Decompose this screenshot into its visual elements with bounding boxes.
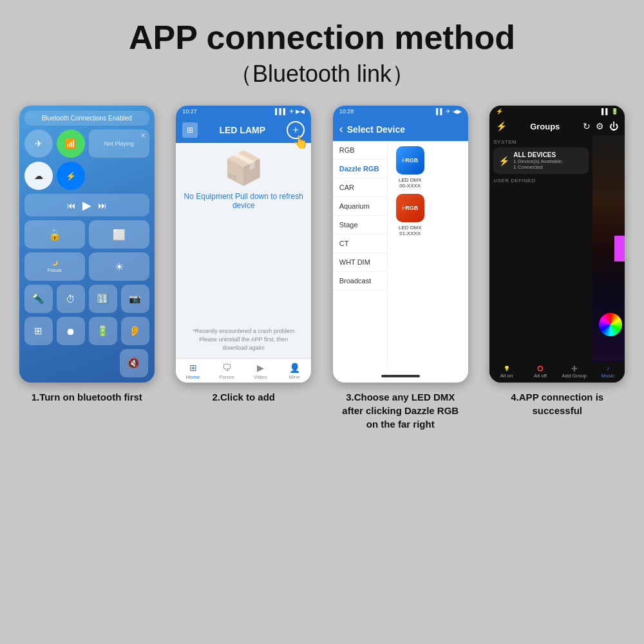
sel-item-stage[interactable]: Stage (333, 216, 387, 234)
device-2-name: LED DMX 01-XXXX (399, 225, 422, 236)
forum-icon: 🗨 (222, 363, 231, 373)
p4-signal: ▌▌ 🔋 (601, 108, 618, 115)
tab-mine-label: Mine (289, 374, 299, 380)
device-1-name: LED DMX 00-XXXX (399, 177, 422, 189)
wifi2-btn[interactable]: ☁ (24, 162, 53, 190)
all-on-icon: 💡 (504, 366, 510, 372)
p4-icons-left: ⚡ (496, 108, 503, 115)
pink-color-bar (614, 236, 625, 261)
record-btn[interactable]: ⏺ (57, 317, 85, 345)
no-equipment-text: No Equipment Pull down to refresh device (182, 192, 305, 210)
page-title: APP connection method (129, 19, 515, 56)
sel-header: ‹ Select Device (333, 117, 468, 141)
music-btn[interactable]: ♪ Music (591, 366, 625, 379)
all-devices-label: ALL DEVICES (513, 151, 583, 158)
mirror-btn[interactable]: ⬜ (89, 220, 149, 249)
phone-2: 10:27 ▌▌▌ ✈ ▶◀ ⊞ LED LAMP + 👆 (176, 106, 311, 383)
wifi-btn[interactable]: 📶 (57, 129, 85, 158)
tab-home[interactable]: ⊞ Home (176, 363, 210, 380)
all-on-label: All on (500, 373, 513, 379)
sel-item-ct[interactable]: CT (333, 234, 387, 253)
music-label: Music (601, 373, 615, 379)
back-button[interactable]: ‹ (339, 122, 343, 136)
sel-item-dazzle[interactable]: Dazzle RGB (333, 160, 387, 178)
tab-video-label: Video (254, 374, 267, 380)
tab-mine[interactable]: 👤 Mine (278, 363, 312, 380)
app2-tab-bar: ⊞ Home 🗨 Forum ▶ Video 👤 (176, 358, 311, 383)
video-icon: ▶ (257, 363, 264, 373)
now-playing: ✕ Not Playing (89, 129, 149, 158)
add-group-label: Add Group (562, 373, 587, 379)
not-playing-text: Not Playing (104, 140, 134, 147)
p4-header: ⚡ Groups ↻ ⚙ ⏻ (489, 117, 625, 135)
user-defined-label: USER DEFINED (493, 178, 589, 184)
home-icon: ⊞ (189, 363, 197, 373)
add-group-btn[interactable]: ➕ Add Group (557, 366, 591, 379)
now-playing-close[interactable]: ✕ (140, 132, 146, 139)
sel-time: 10:28 (339, 108, 354, 115)
battery-btn[interactable]: 🔋 (89, 317, 117, 345)
all-on-btn[interactable]: 💡 All on (489, 366, 524, 379)
airplane-btn[interactable]: ✈ (24, 129, 53, 158)
sel-body: RGB Dazzle RGB CAR Aquarium Stage CT WHT… (333, 141, 468, 370)
tab-forum[interactable]: 🗨 Forum (210, 363, 244, 380)
tab-video[interactable]: ▶ Video (243, 363, 278, 380)
mine-icon: 👤 (289, 363, 300, 373)
sel-item-wht[interactable]: WHT DIM (333, 253, 387, 272)
phone-1: Bluetooth Connections Enabled ✈ 📶 ☁ ⚡ (19, 106, 155, 383)
app2-header: ⊞ LED LAMP + 👆 (176, 117, 311, 143)
add-button[interactable]: + 👆 (287, 121, 305, 139)
app2-title: LED LAMP (219, 125, 265, 135)
sel-item-aquarium[interactable]: Aquarium (333, 197, 387, 216)
device-1-icon: i·RGB (396, 146, 424, 175)
sel-item-rgb[interactable]: RGB (333, 141, 387, 160)
play-btn[interactable]: ▶ (82, 198, 91, 213)
mute-btn[interactable]: 🔇 (120, 349, 148, 377)
sel-signal: ▌▌ ✈ ◀▶ (436, 108, 462, 115)
camera-btn[interactable]: 📷 (121, 285, 149, 313)
bt-btn[interactable]: ⚡ (57, 162, 85, 190)
p4-footer: 💡 All on ⭕ All off ➕ Add Group ♪ (489, 362, 625, 383)
p4-system-label: SYSTEM (493, 139, 589, 145)
lock-btn[interactable]: 🔒 (24, 220, 85, 249)
focus-btn[interactable]: 🌙 Focus (24, 252, 85, 281)
all-off-btn[interactable]: ⭕ All off (524, 366, 558, 379)
refresh-icon[interactable]: ↻ (583, 121, 591, 131)
sel-item-broadcast[interactable]: Broadcast (333, 272, 387, 290)
p4-visual (592, 135, 625, 362)
device-1[interactable]: i·RGB LED DMX 00-XXXX (393, 146, 428, 189)
page: APP connection method （Bluetooth link） B… (0, 0, 644, 644)
device-2[interactable]: i·RGB LED DMX 01-XXXX (393, 194, 428, 236)
calc-btn[interactable]: 🔢 (89, 285, 117, 313)
bt-banner: Bluetooth Connections Enabled (24, 111, 149, 126)
sel-title: Select Device (347, 124, 405, 135)
prev-btn[interactable]: ⏮ (67, 200, 76, 211)
ear-btn[interactable]: 👂 (121, 317, 149, 345)
music-icon: ♪ (607, 366, 609, 372)
focus-label: Focus (48, 267, 62, 273)
app2-body: 📦 No Equipment Pull down to refresh devi… (176, 143, 311, 358)
phone-4: ⚡ ▌▌ 🔋 ⚡ Groups ↻ ⚙ ⏻ SY (489, 106, 625, 383)
settings-icon[interactable]: ⚙ (596, 121, 604, 131)
home-bar (333, 370, 468, 383)
power-icon[interactable]: ⏻ (609, 121, 618, 131)
step-1-label: 1.Turn on bluetooth first (32, 390, 142, 404)
device-info: ALL DEVICES 1 Device(s) Available; 1 Con… (513, 151, 583, 170)
home-bar-line (381, 375, 420, 377)
next-btn[interactable]: ⏭ (98, 200, 107, 211)
flashlight-btn[interactable]: 🔦 (24, 285, 53, 313)
step-2-col: 10:27 ▌▌▌ ✈ ▶◀ ⊞ LED LAMP + 👆 (170, 106, 318, 404)
brightness-btn[interactable]: ☀ (89, 252, 149, 281)
all-devices-group[interactable]: ⚡ ALL DEVICES 1 Device(s) Available; 1 C… (493, 147, 589, 174)
all-off-icon: ⭕ (537, 366, 544, 372)
app2-menu-icon[interactable]: ⊞ (182, 122, 198, 138)
step-4-label: 4.APP connection is successful (493, 390, 621, 417)
p4-title: Groups (530, 122, 560, 131)
step-2-label: 2.Click to add (212, 390, 275, 404)
add-group-icon: ➕ (571, 366, 578, 372)
qr-btn[interactable]: ⊞ (24, 317, 53, 345)
sel-item-car[interactable]: CAR (333, 178, 387, 197)
device-status: 1 Device(s) Available; 1 Connected (513, 158, 583, 170)
app2-status-bar: 10:27 ▌▌▌ ✈ ▶◀ (176, 106, 311, 117)
timer-btn[interactable]: ⏱ (57, 285, 85, 313)
